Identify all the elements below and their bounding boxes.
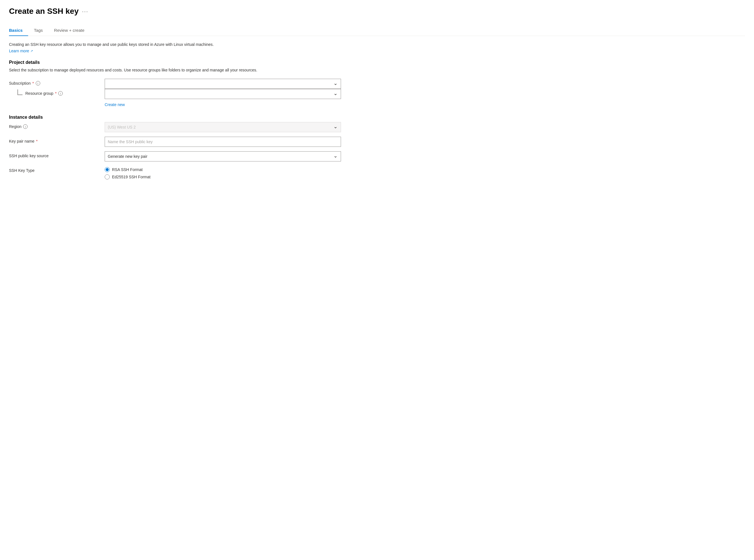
page-header: Create an SSH key ··· xyxy=(9,7,745,16)
resource-group-label: Resource group xyxy=(25,91,54,96)
region-row: Region i (US) West US 2 xyxy=(9,122,745,132)
create-new-link[interactable]: Create new xyxy=(105,102,125,107)
instance-details-title: Instance details xyxy=(9,115,745,120)
key-pair-name-row: Key pair name * xyxy=(9,137,745,147)
key-pair-name-input[interactable] xyxy=(105,137,341,147)
resource-group-required: * xyxy=(55,91,57,96)
resource-group-row: Resource group * i Create new xyxy=(9,89,745,107)
resource-group-label-col: Resource group * i xyxy=(9,89,105,96)
ssh-public-key-source-label-col: SSH public key source xyxy=(9,151,105,158)
region-label-col: Region i xyxy=(9,122,105,129)
subscription-dropdown[interactable] xyxy=(105,79,341,89)
project-details-description: Select the subscription to manage deploy… xyxy=(9,67,745,73)
region-label: Region xyxy=(9,124,21,129)
ssh-key-type-label-col: SSH Key Type xyxy=(9,166,105,173)
tab-review-create[interactable]: Review + create xyxy=(54,25,90,36)
resource-group-dropdown[interactable] xyxy=(105,89,341,99)
key-pair-name-label: Key pair name xyxy=(9,139,34,143)
region-info-icon[interactable]: i xyxy=(23,124,27,129)
subscription-control xyxy=(105,79,341,89)
ssh-public-key-source-row: SSH public key source Generate new key p… xyxy=(9,151,745,161)
ed25519-radio-input[interactable] xyxy=(105,174,110,179)
resource-group-control: Create new xyxy=(105,89,341,107)
subscription-row: Subscription * i xyxy=(9,79,745,89)
rsa-radio-input[interactable] xyxy=(105,167,110,172)
description-section: Creating an SSH key resource allows you … xyxy=(9,42,745,53)
ed25519-radio-option[interactable]: Ed25519 SSH Format xyxy=(105,174,341,179)
ed25519-radio-label: Ed25519 SSH Format xyxy=(112,175,151,179)
ssh-public-key-source-dropdown[interactable]: Generate new key pair Use existing key s… xyxy=(105,151,341,161)
ssh-key-type-row: SSH Key Type RSA SSH Format Ed25519 SSH … xyxy=(9,166,745,179)
create-new-container: Create new xyxy=(105,101,341,107)
ssh-public-key-source-dropdown-wrapper: Generate new key pair Use existing key s… xyxy=(105,151,341,161)
key-pair-name-label-col: Key pair name * xyxy=(9,137,105,143)
ssh-key-type-radio-group: RSA SSH Format Ed25519 SSH Format xyxy=(105,166,341,179)
subscription-dropdown-wrapper xyxy=(105,79,341,89)
subscription-info-icon[interactable]: i xyxy=(36,81,40,85)
region-dropdown[interactable]: (US) West US 2 xyxy=(105,122,341,132)
resource-group-dropdown-wrapper xyxy=(105,89,341,99)
resource-group-info-icon[interactable]: i xyxy=(58,91,63,96)
rsa-radio-option[interactable]: RSA SSH Format xyxy=(105,167,341,172)
ssh-public-key-source-label: SSH public key source xyxy=(9,154,49,158)
more-options-icon[interactable]: ··· xyxy=(82,8,88,15)
rsa-radio-label: RSA SSH Format xyxy=(112,167,143,172)
region-control: (US) West US 2 xyxy=(105,122,341,132)
ssh-public-key-source-control: Generate new key pair Use existing key s… xyxy=(105,151,341,161)
project-details-title: Project details xyxy=(9,60,745,65)
ssh-key-type-control: RSA SSH Format Ed25519 SSH Format xyxy=(105,166,341,179)
external-link-icon: ↗ xyxy=(31,49,33,53)
tab-basics[interactable]: Basics xyxy=(9,25,28,36)
description-text: Creating an SSH key resource allows you … xyxy=(9,42,745,47)
key-pair-name-required: * xyxy=(36,139,37,143)
tab-tags[interactable]: Tags xyxy=(34,25,48,36)
learn-more-link[interactable]: Learn more ↗ xyxy=(9,49,33,53)
ssh-key-type-label: SSH Key Type xyxy=(9,168,35,173)
subscription-label: Subscription xyxy=(9,81,31,85)
subscription-label-col: Subscription * i xyxy=(9,79,105,85)
subscription-required: * xyxy=(32,81,34,85)
rg-indent-indicator xyxy=(17,89,22,95)
tabs-container: Basics Tags Review + create xyxy=(9,25,745,36)
region-dropdown-wrapper: (US) West US 2 xyxy=(105,122,341,132)
key-pair-name-control xyxy=(105,137,341,147)
page-title: Create an SSH key xyxy=(9,7,79,16)
